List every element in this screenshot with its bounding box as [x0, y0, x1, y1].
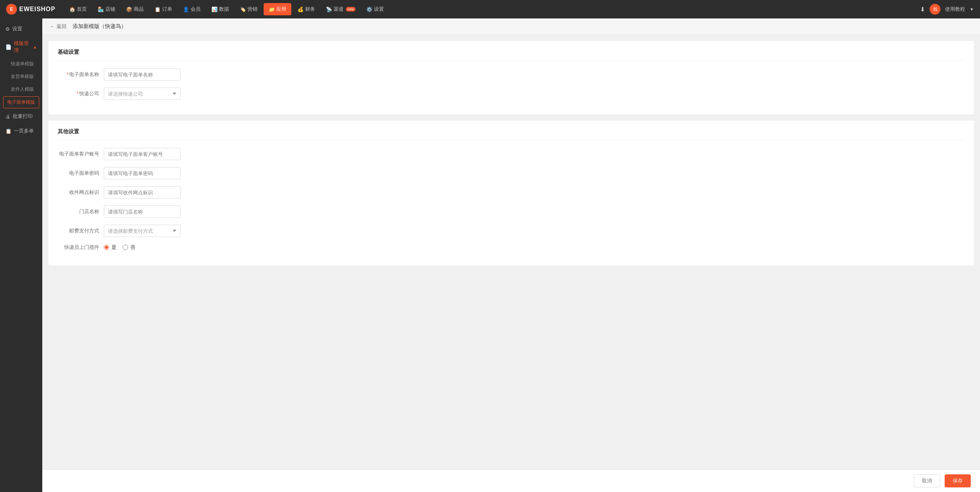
- form-row-site-code: 收件网点标识: [58, 186, 965, 199]
- form-row-courier-pickup: 快递员上门揽件 是 否: [58, 244, 965, 251]
- goods-icon: 📦: [126, 7, 132, 12]
- form-row-template-name: 电子面单名称: [58, 68, 965, 81]
- nav-item-order[interactable]: 📋 订单: [150, 3, 177, 15]
- input-template-name[interactable]: [104, 68, 181, 81]
- radio-text-yes: 是: [111, 244, 116, 251]
- main-content: ← 返回 添加新模版（快递鸟） 基础设置 电子面单名称 快递公司 请选择快递公司: [42, 18, 980, 492]
- label-site-code: 收件网点标识: [58, 189, 104, 196]
- channel-badge: new: [346, 7, 355, 12]
- select-courier-company[interactable]: 请选择快递公司: [104, 88, 181, 100]
- form-row-courier-company: 快递公司 请选择快递公司: [58, 88, 965, 100]
- breadcrumb-title: 添加新模版（快递鸟）: [73, 23, 126, 30]
- form-row-account: 电子面单客户账号: [58, 148, 965, 160]
- main-layout: ⚙ 设置 📄 模版管理 ▲ 快递单模版 发货单模版 发件人模版 电子面单模版 🖨…: [0, 18, 980, 492]
- chevron-up-icon: ▲: [33, 45, 37, 49]
- cancel-button[interactable]: 取消: [914, 474, 940, 487]
- nav-items: 🏠 首页 🏪 店铺 📦 商品 📋 订单 👤 会员 📊 数据 🏷️ 营销 📁: [65, 3, 920, 15]
- sidebar: ⚙ 设置 📄 模版管理 ▲ 快递单模版 发货单模版 发件人模版 电子面单模版 🖨…: [0, 18, 42, 492]
- batch-print-icon: 🖨: [5, 114, 10, 119]
- sidebar-sub-item-electronic-template[interactable]: 电子面单模版: [3, 96, 39, 108]
- radio-input-no[interactable]: [123, 245, 128, 250]
- nav-item-marketing[interactable]: 🏷️ 营销: [235, 3, 262, 15]
- member-icon: 👤: [183, 7, 189, 12]
- input-account[interactable]: [104, 148, 181, 160]
- nav-item-channel[interactable]: 📡 渠道 new: [321, 3, 360, 15]
- finance-icon: 💰: [297, 7, 304, 12]
- logo-icon: E: [6, 4, 17, 15]
- nav-item-app[interactable]: 📁 应用: [264, 3, 291, 15]
- help-chevron-icon[interactable]: ▼: [970, 7, 974, 12]
- save-button[interactable]: 保存: [945, 474, 971, 487]
- label-store-name: 门店名称: [58, 208, 104, 215]
- other-settings-section: 其他设置 电子面单客户账号 电子面单密码 收件网点标识 门店名称: [48, 121, 974, 265]
- label-courier-pickup: 快递员上门揽件: [58, 244, 104, 251]
- store-icon: 🏪: [98, 7, 104, 12]
- nav-item-goods[interactable]: 📦 商品: [121, 3, 148, 15]
- other-settings-title: 其他设置: [58, 128, 965, 140]
- home-icon: 🏠: [69, 7, 75, 12]
- basic-settings-section: 基础设置 电子面单名称 快递公司 请选择快递公司: [48, 41, 974, 114]
- order-icon: 📋: [154, 7, 161, 12]
- nav-item-settings[interactable]: ⚙️ 设置: [362, 3, 389, 15]
- basic-settings-title: 基础设置: [58, 49, 965, 61]
- radio-label-yes[interactable]: 是: [104, 244, 116, 251]
- form-container: 基础设置 电子面单名称 快递公司 请选择快递公司 其他设置 电子面单客户账号: [42, 35, 980, 469]
- app-icon: 📁: [269, 7, 275, 12]
- sidebar-item-settings[interactable]: ⚙ 设置: [0, 22, 42, 36]
- help-text[interactable]: 使用教程: [945, 6, 965, 13]
- label-courier-company: 快递公司: [58, 90, 104, 97]
- input-password[interactable]: [104, 167, 181, 179]
- form-row-postage-payment: 邮费支付方式 请选择邮费支付方式: [58, 225, 965, 237]
- avatar[interactable]: 我: [930, 4, 940, 15]
- breadcrumb-bar: ← 返回 添加新模版（快递鸟）: [42, 18, 980, 35]
- sidebar-item-one-page-order[interactable]: 📋 一页多单: [0, 124, 42, 138]
- settings-nav-icon: ⚙️: [366, 7, 372, 12]
- logo-text: EWEISHOP: [19, 6, 55, 13]
- sidebar-section-template-mgmt[interactable]: 📄 模版管理 ▲: [0, 36, 42, 58]
- action-bar: 取消 保存: [42, 469, 980, 492]
- template-mgmt-icon: 📄: [5, 44, 12, 50]
- sidebar-item-batch-print[interactable]: 🖨 批量打印: [0, 109, 42, 124]
- one-page-order-icon: 📋: [5, 128, 12, 134]
- sidebar-sub-item-sender-template[interactable]: 发件人模版: [0, 83, 42, 96]
- radio-text-no: 否: [130, 244, 135, 251]
- form-row-password: 电子面单密码: [58, 167, 965, 179]
- label-postage-payment: 邮费支付方式: [58, 227, 104, 234]
- logo[interactable]: E EWEISHOP: [6, 4, 55, 15]
- form-row-store-name: 门店名称: [58, 205, 965, 218]
- channel-icon: 📡: [326, 7, 332, 12]
- label-template-name: 电子面单名称: [58, 71, 104, 78]
- breadcrumb-back[interactable]: ← 返回: [50, 23, 66, 30]
- nav-item-member[interactable]: 👤 会员: [178, 3, 205, 15]
- data-icon: 📊: [211, 7, 218, 12]
- sidebar-sub-item-quick-template[interactable]: 快递单模版: [0, 58, 42, 70]
- nav-item-finance[interactable]: 💰 财务: [293, 3, 320, 15]
- settings-sidebar-icon: ⚙: [5, 26, 10, 32]
- radio-input-yes[interactable]: [104, 245, 109, 250]
- download-icon[interactable]: ⬇: [920, 6, 925, 13]
- sidebar-sub-item-shipping-template[interactable]: 发货单模版: [0, 70, 42, 83]
- input-site-code[interactable]: [104, 186, 181, 199]
- top-navigation: E EWEISHOP 🏠 首页 🏪 店铺 📦 商品 📋 订单 👤 会员 📊 数据: [0, 0, 980, 18]
- radio-label-no[interactable]: 否: [123, 244, 135, 251]
- nav-item-data[interactable]: 📊 数据: [207, 3, 234, 15]
- label-password: 电子面单密码: [58, 170, 104, 177]
- label-account: 电子面单客户账号: [58, 151, 104, 157]
- marketing-icon: 🏷️: [240, 7, 246, 12]
- input-store-name[interactable]: [104, 205, 181, 218]
- nav-item-home[interactable]: 🏠 首页: [65, 3, 91, 15]
- radio-group-courier-pickup: 是 否: [104, 244, 135, 251]
- nav-right: ⬇ 我 使用教程 ▼: [920, 4, 974, 15]
- nav-item-store[interactable]: 🏪 店铺: [93, 3, 120, 15]
- select-postage-payment[interactable]: 请选择邮费支付方式: [104, 225, 181, 237]
